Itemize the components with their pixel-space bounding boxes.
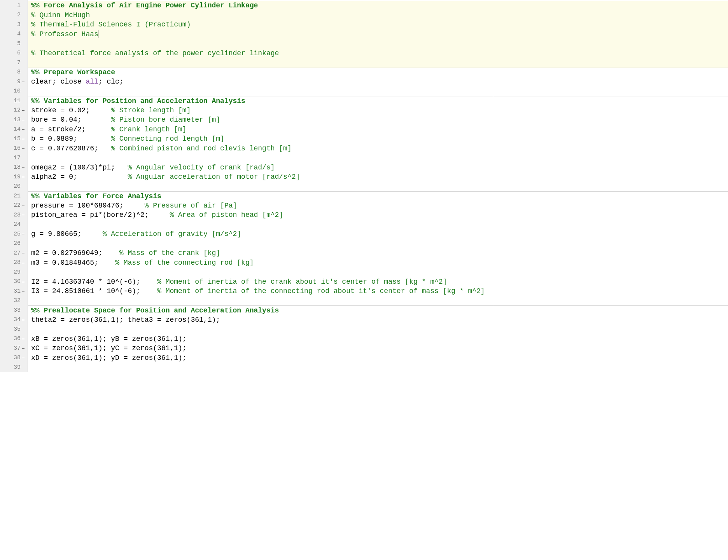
code-text: xC = zeros(361,1); yC = zeros(361,1);: [31, 344, 187, 352]
gutter-line[interactable]: 26: [0, 239, 28, 249]
gutter-line[interactable]: 32: [0, 296, 28, 306]
code-line[interactable]: c = 0.077620876; % Combined piston and r…: [28, 144, 728, 154]
comment-text: % Angular velocity of crank [rad/s]: [128, 164, 275, 171]
code-line[interactable]: xB = zeros(361,1); yB = zeros(361,1);: [28, 334, 728, 344]
gutter-line[interactable]: 4: [0, 30, 28, 39]
comment-text: % Mass of the crank [kg]: [119, 249, 220, 257]
gutter-line[interactable]: 23–: [0, 210, 28, 220]
code-line[interactable]: % Quinn McHugh: [28, 10, 728, 20]
gutter-line[interactable]: 14–: [0, 125, 28, 134]
code-text: m3 = 0.01848465;: [31, 259, 115, 267]
gutter-line[interactable]: 27–: [0, 248, 28, 258]
gutter-line[interactable]: 37–: [0, 344, 28, 353]
line-number: 32: [7, 297, 21, 304]
code-line[interactable]: %% Preallocate Space for Position and Ac…: [28, 305, 728, 315]
gutter-line[interactable]: 25–: [0, 229, 28, 239]
gutter-line[interactable]: 3: [0, 20, 28, 30]
gutter-line[interactable]: 15–: [0, 134, 28, 144]
gutter-line[interactable]: 29: [0, 267, 28, 277]
code-line[interactable]: %% Force Analysis of Air Engine Power Cy…: [28, 1, 728, 10]
code-line[interactable]: I2 = 4.16363740 * 10^(-6); % Moment of i…: [28, 277, 728, 287]
code-text: I3 = 24.8510661 * 10^(-6);: [31, 287, 157, 295]
gutter-line[interactable]: 8: [0, 68, 28, 77]
gutter-line[interactable]: 39: [0, 363, 28, 372]
gutter-line[interactable]: 21: [0, 191, 28, 201]
comment-text: % Area of piston head [m^2]: [170, 211, 283, 219]
gutter-line[interactable]: 12–: [0, 106, 28, 115]
code-line[interactable]: m2 = 0.027969049; % Mass of the crank [k…: [28, 248, 728, 258]
code-line[interactable]: xC = zeros(361,1); yC = zeros(361,1);: [28, 344, 728, 353]
code-text: ; clc;: [98, 78, 124, 85]
code-line[interactable]: a = stroke/2; % Crank length [m]: [28, 125, 728, 134]
code-line[interactable]: %% Variables for Force Analysis: [28, 191, 728, 201]
code-line[interactable]: % Theoretical force analysis of the powe…: [28, 49, 728, 58]
gutter-line[interactable]: 36–: [0, 334, 28, 344]
gutter-line[interactable]: 28–: [0, 258, 28, 268]
gutter-line[interactable]: 9–: [0, 77, 28, 87]
code-line[interactable]: xD = zeros(361,1); yD = zeros(361,1);: [28, 353, 728, 363]
gutter-line[interactable]: 17: [0, 153, 28, 163]
code-line[interactable]: g = 9.80665; % Acceleration of gravity […: [28, 229, 728, 239]
code-line[interactable]: I3 = 24.8510661 * 10^(-6); % Moment of i…: [28, 286, 728, 296]
code-text: m2 = 0.027969049;: [31, 249, 119, 257]
line-number: 4: [7, 31, 21, 37]
code-line[interactable]: % Thermal-Fluid Sciences I (Practicum): [28, 20, 728, 30]
gutter-line[interactable]: 16–: [0, 144, 28, 154]
gutter-line[interactable]: 10: [0, 87, 28, 96]
line-number: 1: [7, 2, 21, 9]
code-line[interactable]: [28, 87, 728, 96]
gutter-line[interactable]: 19–: [0, 172, 28, 182]
code-editor[interactable]: %% Force Analysis of Air Engine Power Cy…: [28, 0, 728, 372]
code-line[interactable]: pressure = 100*689476; % Pressure of air…: [28, 201, 728, 211]
gutter-line[interactable]: 11: [0, 96, 28, 106]
code-line[interactable]: m3 = 0.01848465; % Mass of the connectin…: [28, 258, 728, 268]
gutter-line[interactable]: 30–: [0, 277, 28, 287]
gutter-line[interactable]: 18–: [0, 163, 28, 173]
gutter-line[interactable]: 7: [0, 58, 28, 68]
code-line[interactable]: piston_area = pi*(bore/2)^2; % Area of p…: [28, 210, 728, 220]
code-line[interactable]: [28, 363, 728, 372]
executable-dash-icon: –: [21, 336, 26, 342]
code-line[interactable]: [28, 324, 728, 334]
code-line[interactable]: % Professor Haas: [28, 30, 728, 39]
gutter-line[interactable]: 5: [0, 39, 28, 49]
gutter-line[interactable]: 35: [0, 324, 28, 334]
line-number-gutter: 123456789–101112–13–14–15–16–1718–19–202…: [0, 0, 28, 372]
code-line[interactable]: theta2 = zeros(361,1); theta3 = zeros(36…: [28, 315, 728, 325]
comment-text: % Professor Haas: [31, 30, 98, 38]
gutter-line[interactable]: 20: [0, 182, 28, 192]
code-line[interactable]: [28, 239, 728, 249]
code-line[interactable]: omega2 = (100/3)*pi; % Angular velocity …: [28, 163, 728, 173]
gutter-line[interactable]: 34–: [0, 315, 28, 325]
gutter-line[interactable]: 6: [0, 49, 28, 58]
code-line[interactable]: [28, 267, 728, 277]
code-line[interactable]: [28, 39, 728, 49]
code-line[interactable]: b = 0.0889; % Connecting rod length [m]: [28, 134, 728, 144]
gutter-line[interactable]: 22–: [0, 201, 28, 211]
line-number: 26: [7, 240, 21, 247]
gutter-line[interactable]: 24: [0, 220, 28, 230]
gutter-line[interactable]: 13–: [0, 115, 28, 125]
line-number: 13: [7, 117, 21, 123]
code-line[interactable]: bore = 0.04; % Piston bore diameter [m]: [28, 115, 728, 125]
line-number: 29: [7, 269, 21, 276]
gutter-line[interactable]: 33: [0, 305, 28, 315]
gutter-line[interactable]: 38–: [0, 353, 28, 363]
code-line[interactable]: [28, 58, 728, 68]
code-line[interactable]: clear; close all; clc;: [28, 77, 728, 87]
line-number: 34: [7, 316, 21, 323]
code-line[interactable]: [28, 220, 728, 230]
code-text: alpha2 = 0;: [31, 173, 128, 181]
line-number: 17: [7, 155, 21, 161]
gutter-line[interactable]: 2: [0, 10, 28, 20]
code-line[interactable]: %% Variables for Position and Accelerati…: [28, 96, 728, 106]
code-line[interactable]: alpha2 = 0; % Angular acceleration of mo…: [28, 172, 728, 182]
code-line[interactable]: [28, 153, 728, 163]
comment-text: % Angular acceleration of motor [rad/s^2…: [128, 173, 300, 181]
code-line[interactable]: stroke = 0.02; % Stroke length [m]: [28, 106, 728, 115]
code-line[interactable]: [28, 296, 728, 306]
gutter-line[interactable]: 31–: [0, 286, 28, 296]
code-line[interactable]: %% Prepare Workspace: [28, 68, 728, 77]
gutter-line[interactable]: 1: [0, 1, 28, 10]
code-line[interactable]: [28, 182, 728, 192]
